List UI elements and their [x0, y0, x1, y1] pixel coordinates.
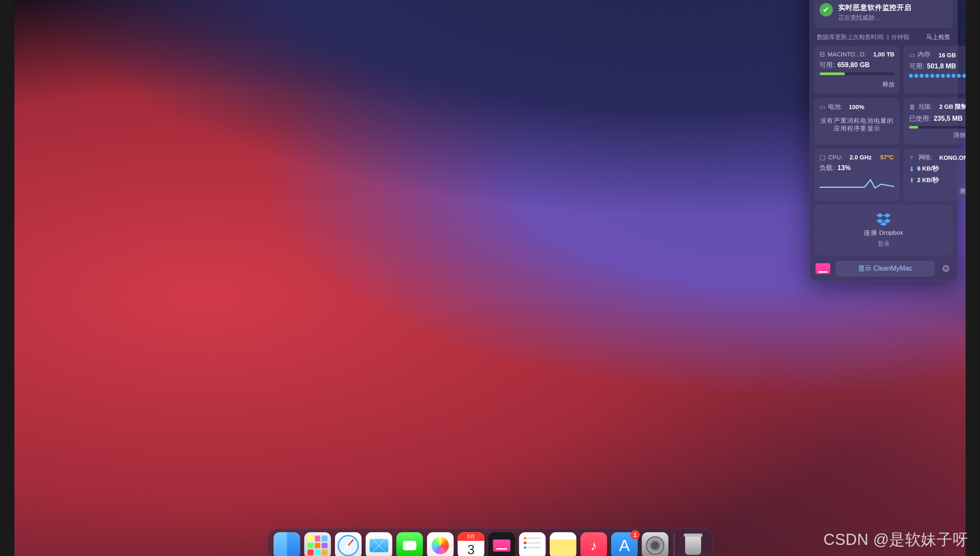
battery-tile-icon: ▭ [819, 103, 826, 111]
db-check-now-link[interactable]: 马上检查 [926, 33, 950, 42]
download-arrow-icon: ⬇ [909, 166, 915, 172]
malware-title: 实时恶意软件监控开启 [838, 3, 912, 13]
appstore-badge: 1 [630, 530, 640, 540]
dropbox-icon [876, 211, 891, 226]
dock-appstore[interactable]: A1 [611, 532, 638, 556]
cleanmymac-menubar-popover: ☣保护 ✔受保护 ✔ 实时恶意软件监控开启 正在查找威胁… 数据库更新上次检查时… [810, 0, 958, 281]
desktop: CleanMyMac X 文件 编辑 操作 显示 窗口 帮助 A 3月3日 周三… [14, 0, 966, 556]
dock-facetime[interactable] [396, 532, 423, 556]
trash-tile-icon: 🗑 [909, 103, 916, 111]
malware-monitor-card[interactable]: ✔ 实时恶意软件监控开启 正在查找威胁… [814, 0, 953, 28]
disk-usage-bar [819, 72, 894, 75]
shield-check-icon: ✔ [819, 3, 833, 16]
settings-gear-icon[interactable]: ⚙ [940, 262, 952, 275]
dock-mail[interactable] [366, 532, 392, 556]
watermark: CSDN @是软妹子呀 [824, 529, 968, 550]
wifi-tile-icon: ᯤ [909, 154, 916, 161]
battery-msg: 没有严重消耗电池电量的应用程序要显示 [819, 114, 894, 135]
dock-launchpad[interactable] [304, 532, 331, 556]
trash-usage-bar [909, 126, 966, 128]
dock-reminders[interactable] [519, 532, 546, 556]
cpu-icon: ▢ [819, 153, 826, 161]
disk-free-action[interactable]: 释放 [819, 80, 894, 89]
disk-icon: ⊟ [819, 51, 825, 58]
upload-arrow-icon: ⬆ [909, 177, 915, 184]
battery-tile[interactable]: ▭电池: 100% 没有严重消耗电池电量的应用程序要显示 [814, 98, 900, 145]
memory-icon: ▭ [909, 51, 915, 58]
dropbox-connect-card[interactable]: 连接 Dropbox 登录 [814, 205, 953, 255]
dock-calendar[interactable]: 3月3 [457, 532, 484, 556]
dock-trash[interactable] [680, 532, 707, 556]
dock-safari[interactable] [335, 532, 362, 556]
show-cleanmymac-button[interactable]: 显示 CleanMyMac [835, 261, 935, 277]
dock-notes[interactable] [550, 532, 576, 556]
memory-tile[interactable]: ▭内存: 16 GB 可用:501,8 MB 释放 [904, 46, 966, 94]
cpu-sparkline [819, 175, 894, 186]
dock-separator [674, 533, 674, 556]
dock: 3月3 ♪ A1 [267, 528, 713, 556]
trash-tile[interactable]: 🗑垃圾: 2 GB 限制 已使用:235,5 MB 清倒废纸篓 [904, 98, 966, 145]
dock-photos[interactable] [427, 532, 454, 556]
db-update-text: 数据库更新上次检查时间: 1 分钟前 [817, 33, 909, 42]
dock-music[interactable]: ♪ [581, 532, 607, 556]
dropbox-connect-label: 连接 Dropbox [864, 229, 903, 237]
dock-finder[interactable] [273, 532, 300, 556]
empty-trash-action[interactable]: 清倒废纸篓 [909, 131, 966, 140]
dropbox-login-label: 登录 [877, 240, 889, 249]
malware-subtitle: 正在查找威胁… [838, 14, 912, 22]
cpu-tile[interactable]: ▢CPU: 2.0 GHz 57°C 负载:13% [814, 149, 900, 201]
memory-free-action[interactable]: 释放 [909, 80, 966, 89]
network-tile[interactable]: ᯤ网络: KONG.ONE_5G ⬇6 KB/秒 ⬆2 KB/秒 测试速度 [904, 149, 966, 201]
dock-system-preferences[interactable] [642, 532, 669, 556]
cpu-temp: 57°C [880, 154, 894, 160]
cleanmymac-icon[interactable] [816, 263, 831, 274]
disk-tile[interactable]: ⊟MACINTO...D: 1,00 TB 可用:659,80 GB 释放 [814, 46, 900, 94]
dock-cleanmymac[interactable] [488, 532, 515, 556]
memory-dots [909, 74, 966, 78]
speed-test-action[interactable]: 测试速度 [909, 187, 966, 196]
